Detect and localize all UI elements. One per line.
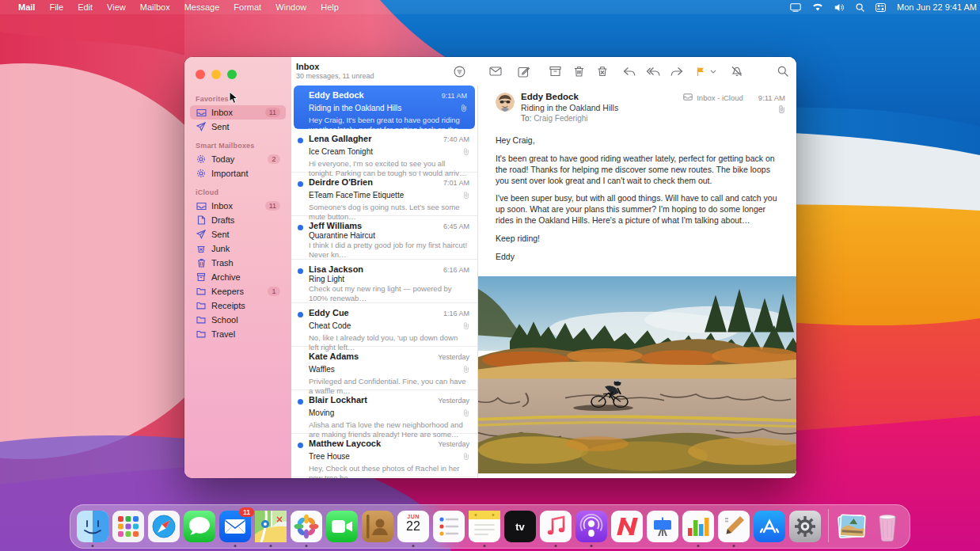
sidebar-item-junk[interactable]: Junk: [190, 241, 286, 256]
menu-bar-clock[interactable]: Mon Jun 22 9:41 AM: [897, 2, 977, 12]
flag-button[interactable]: [693, 64, 708, 78]
dock-keynote[interactable]: [647, 511, 678, 542]
dock-facetime[interactable]: [326, 511, 358, 542]
msg-subject: Tree House: [309, 452, 458, 461]
menu-item-file[interactable]: File: [42, 2, 70, 12]
msg-subject: Quarantine Haircut: [309, 231, 469, 240]
zoom-button[interactable]: [227, 70, 237, 79]
sidebar-item-inbox[interactable]: Inbox 11: [190, 105, 286, 120]
paper-plane-icon: [196, 229, 207, 240]
dock-appletv[interactable]: tv: [504, 511, 536, 542]
dock-finder[interactable]: [77, 511, 108, 542]
menu-item-message[interactable]: Message: [177, 2, 227, 12]
sidebar-item-drafts[interactable]: Drafts: [190, 213, 286, 227]
dock-safari[interactable]: [148, 511, 180, 542]
spotlight-icon[interactable]: [856, 3, 864, 12]
delete-button[interactable]: [572, 64, 586, 78]
folder-icon: [196, 286, 207, 297]
dock-pages[interactable]: [718, 511, 750, 542]
dock-calendar[interactable]: JUN22: [397, 511, 429, 542]
sidebar-item-trash[interactable]: Trash: [190, 256, 286, 270]
filter-button[interactable]: [452, 64, 466, 78]
menu-item-view[interactable]: View: [100, 2, 133, 12]
body-paragraph: Eddy: [496, 252, 779, 263]
sidebar-item-icloud-inbox[interactable]: Inbox 11: [190, 199, 286, 213]
list-item-eddy-bedock[interactable]: Eddy Bedock9:11 AM Riding in the Oakland…: [294, 86, 475, 129]
list-item-matthew-laycock[interactable]: Matthew LaycockYesterday Tree House Hey,…: [291, 434, 477, 477]
paperclip-icon: [463, 144, 469, 158]
attachment-photo-cyclist[interactable]: [478, 276, 796, 473]
dock-news[interactable]: [611, 511, 643, 542]
dock-appstore[interactable]: [754, 511, 785, 542]
forward-button[interactable]: [670, 64, 684, 78]
menu-item-edit[interactable]: Edit: [70, 2, 100, 12]
volume-icon[interactable]: [834, 3, 845, 12]
reader-time: 9:11 AM: [758, 93, 785, 102]
list-item-jeff-williams[interactable]: Jeff Williams6:45 AM Quarantine Haircut …: [291, 216, 477, 260]
dock-messages[interactable]: [184, 511, 215, 542]
close-button[interactable]: [196, 70, 205, 79]
sidebar-item-sent-fav[interactable]: Sent: [190, 120, 286, 134]
list-item-lena-gallagher[interactable]: Lena Gallagher7:40 AM Ice Cream Tonight …: [291, 129, 477, 173]
list-item-blair-lockhart[interactable]: Blair LockhartYesterday Moving Alisha an…: [291, 390, 477, 434]
msg-sender: Jeff Williams: [309, 221, 439, 230]
sidebar-item-receipts[interactable]: Receipts: [190, 298, 286, 313]
sidebar-item-school[interactable]: School: [190, 313, 286, 327]
screen-mirroring-icon[interactable]: [790, 3, 801, 12]
list-item-eddy-cue[interactable]: Eddy Cue1:16 AM Cheat Code No, like I al…: [291, 303, 477, 347]
list-item-lisa-jackson[interactable]: Lisa Jackson6:16 AM Ring Light Check out…: [291, 260, 477, 303]
sidebar-item-important[interactable]: Important: [190, 166, 286, 180]
get-mail-button[interactable]: [488, 64, 503, 78]
sidebar-item-sent[interactable]: Sent: [190, 227, 286, 241]
recipient-name[interactable]: Craig Federighi: [534, 114, 587, 123]
reply-button[interactable]: [622, 64, 636, 78]
flag-chevron-icon[interactable]: [708, 64, 718, 78]
dock-downloads-stack[interactable]: [836, 511, 868, 542]
message-reader: Eddy Bedock Riding in the Oakland Hills …: [478, 86, 796, 478]
unread-count-badge: 11: [265, 201, 280, 211]
msg-time: Yesterday: [438, 353, 469, 361]
sidebar-item-archive[interactable]: Archive: [190, 270, 286, 284]
archive-button[interactable]: [548, 64, 562, 78]
mail-toolbar: Inbox 30 messages, 11 unread: [291, 57, 796, 86]
compose-button[interactable]: [516, 64, 530, 78]
msg-sender: Blair Lockhart: [309, 395, 433, 405]
mute-button[interactable]: [729, 64, 743, 78]
dock-podcasts[interactable]: [575, 511, 607, 542]
dock-maps[interactable]: [255, 511, 287, 542]
menu-item-help[interactable]: Help: [313, 2, 346, 12]
msg-time: 6:16 AM: [443, 266, 469, 274]
menu-item-format[interactable]: Format: [226, 2, 268, 12]
menu-item-mail[interactable]: Mail: [11, 2, 42, 12]
dock-music[interactable]: [540, 511, 572, 542]
sidebar-item-keepers[interactable]: Keepers 1: [190, 284, 286, 298]
dock-photos[interactable]: [291, 511, 322, 542]
dock-trash[interactable]: [872, 511, 903, 542]
menu-item-mailbox[interactable]: Mailbox: [133, 2, 177, 12]
menu-item-window[interactable]: Window: [268, 2, 313, 12]
dock-system-preferences[interactable]: [789, 511, 821, 542]
dock-launchpad[interactable]: [112, 511, 144, 542]
unread-dot: [298, 138, 303, 143]
paperclip-icon[interactable]: [683, 105, 785, 113]
dock-numbers[interactable]: [682, 511, 714, 542]
folder-icon: [196, 314, 207, 325]
running-indicator: [270, 545, 272, 547]
sidebar-item-today[interactable]: Today 2: [190, 152, 286, 166]
sidebar-item-travel[interactable]: Travel: [190, 327, 286, 341]
unread-dot: [298, 181, 303, 187]
dock-reminders[interactable]: [433, 511, 465, 542]
reply-all-button[interactable]: [646, 64, 660, 78]
list-item-kate-adams[interactable]: Kate AdamsYesterday Waffles Privileged a…: [291, 347, 477, 390]
control-center-icon[interactable]: [876, 3, 886, 12]
minimize-button[interactable]: [211, 70, 221, 79]
wifi-icon[interactable]: [812, 3, 823, 11]
dock-mail[interactable]: 11: [219, 511, 251, 542]
mailbox-title: Inbox: [296, 62, 374, 71]
search-button[interactable]: [776, 64, 790, 78]
msg-sender: Lena Gallagher: [309, 134, 439, 143]
dock-contacts[interactable]: [362, 511, 393, 542]
junk-button[interactable]: [595, 64, 610, 78]
list-item-deirdre-obrien[interactable]: Deirdre O'Brien7:01 AM ETeam FaceTime Et…: [291, 173, 477, 216]
dock-notes[interactable]: [469, 511, 500, 542]
